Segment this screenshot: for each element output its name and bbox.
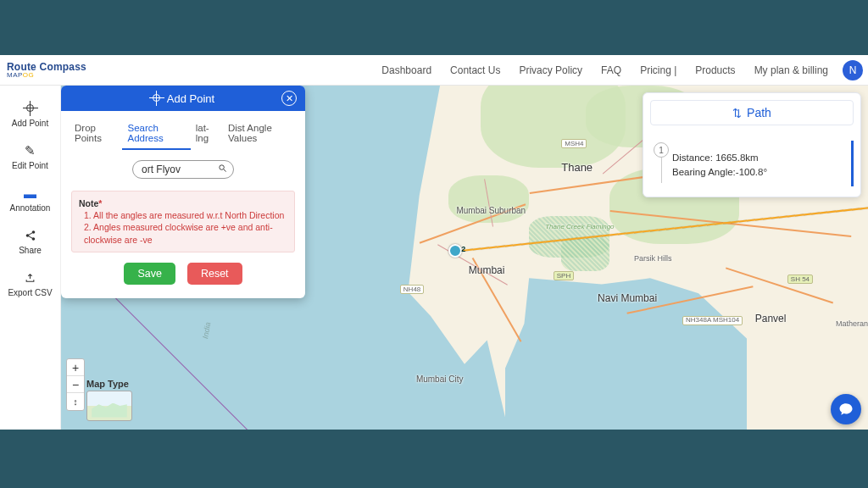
label-matheran: Matheran bbox=[836, 319, 868, 328]
sidebar-label: Add Point bbox=[12, 119, 48, 128]
share-icon bbox=[25, 228, 36, 243]
panel-close-button[interactable]: ✕ bbox=[281, 91, 297, 106]
note-box: Note* 1. All the angles are measured w.r… bbox=[71, 191, 295, 252]
map-marker-2-label: 2 bbox=[461, 245, 465, 253]
road-badge-sh54: SH 54 bbox=[787, 274, 813, 284]
sidebar-add-point[interactable]: Add Point bbox=[0, 94, 60, 136]
sidebar-export-csv[interactable]: Export CSV bbox=[0, 263, 60, 306]
sidebar-label: Edit Point bbox=[12, 161, 48, 170]
note-line-2: 2. Angles measured clockwise are +ve and… bbox=[79, 221, 287, 245]
zoom-in-button[interactable]: + bbox=[67, 359, 84, 376]
city-label-thane: Thane bbox=[561, 161, 593, 174]
app-stage: Route Compass MAPOG Dashboard Contact Us… bbox=[0, 55, 868, 430]
sidebar-edit-point[interactable]: ✎ Edit Point bbox=[0, 136, 60, 179]
save-button[interactable]: Save bbox=[124, 263, 175, 285]
sidebar-share[interactable]: Share bbox=[0, 221, 60, 263]
panel-tabs: Drop Points Search Address lat-lng Dist … bbox=[61, 111, 305, 150]
path-segment: 1 Distance: 1665.8km Bearing Angle:-100.… bbox=[650, 141, 854, 186]
sidebar-label: Share bbox=[19, 246, 42, 255]
map-marker-2[interactable] bbox=[448, 244, 462, 258]
sea-label-india: India bbox=[201, 322, 212, 340]
distance-label: Distance: bbox=[672, 152, 715, 163]
map-type-selector[interactable]: Map Type bbox=[86, 379, 132, 421]
road-badge-sph: SPH bbox=[554, 271, 574, 280]
road-badge-msh4: MSH4 bbox=[561, 139, 587, 148]
add-point-panel: Add Point ✕ Drop Points Search Address l… bbox=[61, 86, 305, 298]
city-label-panvel: Panvel bbox=[755, 313, 787, 324]
sidebar-annotation[interactable]: ▬ Annotation bbox=[0, 179, 60, 221]
path-readout: Distance: 1665.8km Bearing Angle:-100.8° bbox=[672, 141, 851, 180]
city-label-mumbai-city: Mumbai City bbox=[416, 374, 464, 384]
chat-button[interactable] bbox=[831, 394, 861, 424]
distance-value: 1665.8km bbox=[715, 152, 759, 163]
brand-logo[interactable]: Route Compass MAPOG bbox=[5, 62, 86, 79]
map-canvas[interactable]: 2 Mumbai Thane Navi Mumbai Panvel Mumbai… bbox=[61, 86, 868, 430]
pencil-icon: ✎ bbox=[25, 143, 36, 158]
panel-actions: Save Reset bbox=[61, 263, 305, 298]
map-type-thumbnail[interactable] bbox=[86, 391, 132, 421]
bearing-value: -100.8° bbox=[736, 167, 767, 177]
comment-icon: ▬ bbox=[24, 186, 36, 201]
zoom-control: + − ↕ bbox=[66, 358, 85, 411]
search-row bbox=[61, 150, 305, 187]
sidebar-label: Export CSV bbox=[8, 288, 52, 297]
tab-lat-lng[interactable]: lat-lng bbox=[191, 119, 223, 150]
user-avatar[interactable]: N bbox=[843, 60, 863, 80]
zoom-out-button[interactable]: − bbox=[67, 376, 84, 393]
panel-header: Add Point ✕ bbox=[61, 86, 305, 111]
city-label-navi-mumbai: Navi Mumbai bbox=[598, 292, 657, 304]
tab-search-address[interactable]: Search Address bbox=[122, 119, 190, 150]
note-line-1: 1. All the angles are measured w.r.t Nor… bbox=[79, 209, 287, 221]
panel-title: Add Point bbox=[167, 92, 214, 105]
target-icon bbox=[152, 93, 162, 103]
road-badge-nh48: NH48 bbox=[400, 285, 424, 294]
chat-icon bbox=[838, 402, 854, 417]
sidebar-label: Annotation bbox=[10, 203, 51, 213]
nav-dashboard[interactable]: Dashboard bbox=[372, 64, 441, 76]
road-badge-nh348a: NH348A MSH104 bbox=[682, 316, 743, 325]
tab-dist-angle[interactable]: Dist Angle Values bbox=[223, 119, 297, 150]
nav-my-plan-billing[interactable]: My plan & billing bbox=[745, 64, 837, 76]
nav-faq[interactable]: FAQ bbox=[592, 64, 631, 76]
nav-products[interactable]: Products bbox=[686, 64, 744, 76]
nav-contact-us[interactable]: Contact Us bbox=[441, 64, 509, 76]
search-address-input[interactable] bbox=[132, 160, 234, 179]
reset-north-button[interactable]: ↕ bbox=[67, 393, 84, 410]
top-navbar: Route Compass MAPOG Dashboard Contact Us… bbox=[0, 55, 868, 86]
path-panel: ⇅ Path 1 Distance: 1665.8km Bearing Angl… bbox=[643, 92, 861, 197]
label-thane-creek: Thane Creek Flamingo bbox=[545, 223, 614, 230]
city-label-mumbai: Mumbai bbox=[469, 264, 505, 276]
tab-drop-points[interactable]: Drop Points bbox=[70, 119, 122, 150]
swap-icon: ⇅ bbox=[732, 107, 742, 119]
label-parsik-hills: Parsik Hills bbox=[634, 254, 672, 263]
brand-sub-text: MAPOG bbox=[7, 72, 86, 79]
path-panel-title[interactable]: ⇅ Path bbox=[650, 100, 854, 125]
target-icon bbox=[25, 101, 36, 116]
left-sidebar: Add Point ✎ Edit Point ▬ Annotation Shar… bbox=[0, 86, 61, 430]
path-index-badge: 1 bbox=[654, 142, 669, 158]
map-type-label: Map Type bbox=[86, 379, 132, 389]
nav-pricing[interactable]: Pricing | bbox=[631, 64, 686, 76]
note-label: Note* bbox=[79, 198, 102, 208]
reset-button[interactable]: Reset bbox=[187, 263, 242, 285]
city-label-mumbai-suburban: Mumbai Suburban bbox=[456, 206, 526, 215]
bearing-label: Bearing Angle: bbox=[672, 167, 736, 177]
export-icon bbox=[25, 270, 36, 286]
nav-privacy-policy[interactable]: Privacy Policy bbox=[509, 64, 592, 76]
